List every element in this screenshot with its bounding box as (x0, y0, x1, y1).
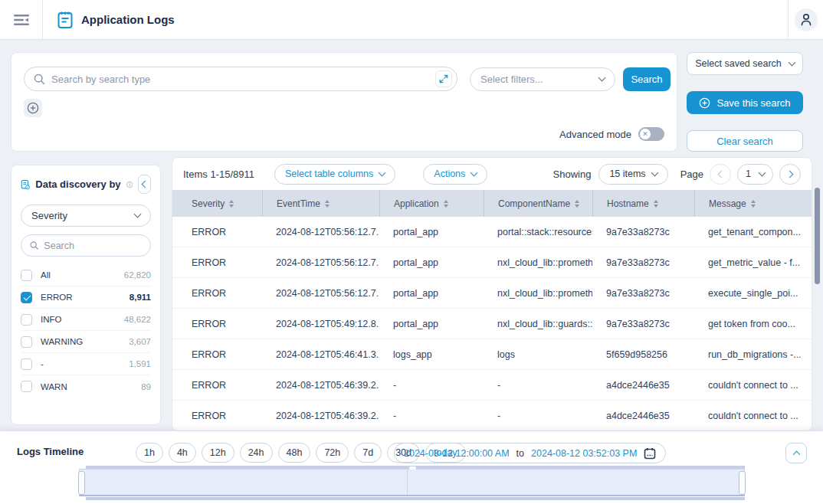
facet-row[interactable]: ERROR 8,911 (21, 286, 151, 309)
save-this-search-button[interactable]: Save this search (687, 91, 803, 114)
facet-label: WARN (41, 382, 67, 391)
collapse-timeline-button[interactable] (785, 443, 807, 463)
cell-message: get token from coo... (694, 309, 812, 339)
time-range-button[interactable]: 48h (278, 443, 311, 463)
toggle-off-icon: ✕ (640, 129, 651, 139)
next-page-button[interactable] (779, 164, 801, 185)
column-header[interactable]: Application (379, 190, 484, 217)
timeline-selection-band[interactable] (79, 469, 745, 496)
saved-search-panel: Select saved search Save this search Cle… (687, 52, 803, 152)
cell-application: portal_app (379, 247, 484, 277)
table-row[interactable]: ERROR 2024-08-12T05:56:12.7... portal_ap… (172, 217, 812, 247)
actions-button[interactable]: Actions (423, 164, 487, 185)
table-row[interactable]: ERROR 2024-08-12T05:56:12.7... portal_ap… (172, 278, 812, 309)
sort-icon[interactable] (444, 200, 448, 208)
facet-row[interactable]: - 1,591 (21, 353, 151, 375)
timeline-brush-chart (79, 466, 745, 502)
expand-search-button[interactable] (435, 70, 452, 87)
advanced-mode-toggle[interactable]: ✕ (638, 127, 664, 141)
clear-search-button[interactable]: Clear search (687, 130, 803, 152)
chevron-down-icon (379, 169, 386, 176)
cell-severity: ERROR (172, 217, 262, 247)
cell-hostname: 9a7e33a8273c (592, 247, 694, 277)
collapse-sidebar-button[interactable] (0, 0, 43, 39)
expand-icon (439, 74, 448, 83)
column-header[interactable]: ComponentName (484, 190, 592, 217)
app-logs-icon (57, 11, 74, 29)
data-discovery-panel: Data discovery by Severity All 62,820 (11, 165, 161, 425)
cell-application: - (379, 401, 484, 430)
scrollbar-thumb[interactable] (815, 188, 820, 284)
table-body: ERROR 2024-08-12T05:56:12.7... portal_ap… (172, 217, 812, 431)
page-number-dropdown[interactable]: 1 (737, 164, 773, 185)
plus-circle-icon (27, 102, 39, 114)
select-table-columns-button[interactable]: Select table columns (274, 164, 395, 185)
collapse-facets-button[interactable] (138, 175, 151, 194)
cell-eventtime: 2024-08-12T05:46:39.2... (262, 370, 379, 400)
cell-severity: ERROR (172, 370, 262, 400)
brush-handle-right[interactable] (739, 471, 746, 495)
chevron-right-icon (785, 170, 793, 178)
time-range-button[interactable]: 24h (240, 443, 273, 463)
data-discovery-icon (21, 176, 30, 193)
facet-checkbox[interactable] (21, 292, 32, 303)
facet-search-input[interactable] (44, 241, 142, 251)
facet-label: All (41, 270, 51, 280)
column-header[interactable]: EventTime (262, 190, 379, 217)
facet-row[interactable]: WARN 89 (21, 375, 151, 398)
user-avatar-button[interactable] (795, 8, 818, 31)
cell-severity: ERROR (172, 247, 262, 277)
facet-checkbox[interactable] (21, 358, 32, 370)
table-row[interactable]: ERROR 2024-08-12T05:49:12.8... portal_ap… (172, 309, 812, 339)
time-range-button[interactable]: 12h (202, 443, 234, 463)
cell-application: portal_app (379, 309, 484, 339)
column-header[interactable]: Hostname (592, 190, 694, 217)
table-scrollbar[interactable] (815, 186, 820, 433)
add-search-condition-button[interactable] (24, 99, 42, 117)
facet-count: 1,591 (129, 359, 151, 368)
facet-list: All 62,820 ERROR 8,911 INFO 48,622 WARNI… (21, 264, 151, 398)
brush-handle-left[interactable] (78, 471, 85, 495)
table-row[interactable]: ERROR 2024-08-12T05:46:41.3... logs_app … (172, 339, 812, 370)
date-to-label: to (516, 448, 524, 459)
facet-checkbox[interactable] (21, 381, 32, 392)
facet-checkbox[interactable] (21, 336, 32, 348)
select-saved-search-dropdown[interactable]: Select saved search (687, 52, 803, 75)
column-header[interactable]: Severity (172, 190, 262, 217)
facet-field-dropdown[interactable]: Severity (21, 205, 151, 227)
select-filters-dropdown[interactable]: Select filters... (470, 67, 615, 91)
column-header[interactable]: Message (694, 190, 812, 217)
date-range-picker[interactable]: 2024-08-12 12:00:00 AM to 2024-08-12 03:… (394, 443, 666, 463)
time-range-button[interactable]: 4h (169, 443, 196, 463)
facet-checkbox[interactable] (21, 314, 32, 326)
search-input[interactable] (51, 74, 429, 85)
page-size-dropdown[interactable]: 15 items (598, 164, 667, 185)
prev-page-button[interactable] (710, 164, 731, 185)
search-button[interactable]: Search (623, 67, 671, 91)
facet-field-value: Severity (31, 210, 67, 221)
facet-row[interactable]: INFO 48,622 (21, 309, 151, 331)
facet-row[interactable]: WARNING 3,607 (21, 331, 151, 353)
sort-icon[interactable] (229, 200, 234, 208)
time-range-button[interactable]: 1h (136, 443, 163, 463)
chevron-up-icon (792, 450, 800, 458)
table-row[interactable]: ERROR 2024-08-12T05:46:39.2... - - a4dce… (172, 401, 812, 431)
sort-icon[interactable] (575, 200, 579, 208)
time-range-button[interactable]: 72h (316, 443, 349, 463)
timeline-bottom-strip (86, 497, 745, 500)
facet-checkbox[interactable] (21, 270, 32, 281)
cell-hostname: 5f659d958256 (592, 339, 694, 369)
chevron-left-icon (717, 170, 725, 178)
sort-icon[interactable] (654, 200, 658, 208)
table-row[interactable]: ERROR 2024-08-12T05:46:39.2... - - a4dce… (172, 370, 812, 401)
sort-icon[interactable] (325, 200, 330, 208)
sort-icon[interactable] (751, 200, 756, 208)
facet-row[interactable]: All 62,820 (21, 264, 151, 286)
info-icon[interactable] (126, 179, 133, 190)
chevron-down-icon (598, 74, 606, 82)
table-row[interactable]: ERROR 2024-08-12T05:56:12.7... portal_ap… (172, 247, 812, 278)
cell-severity: ERROR (172, 339, 262, 369)
facet-count: 89 (141, 382, 151, 391)
time-range-button[interactable]: 7d (354, 443, 382, 463)
cell-message: execute_single_poi... (694, 278, 812, 308)
